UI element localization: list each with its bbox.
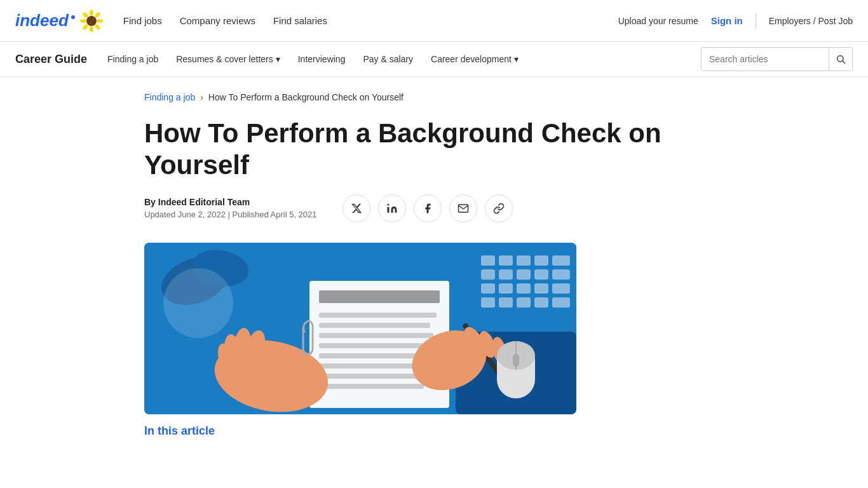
svg-rect-30 <box>499 283 513 294</box>
svg-rect-26 <box>517 269 531 280</box>
linkedin-share-button[interactable] <box>378 194 406 222</box>
svg-point-11 <box>92 18 93 20</box>
svg-rect-32 <box>534 283 548 294</box>
breadcrumb: Finding a job › How To Perform a Backgro… <box>144 92 724 102</box>
indeed-logo-text: indeed <box>15 11 69 30</box>
svg-rect-34 <box>481 297 495 308</box>
svg-rect-31 <box>517 283 531 294</box>
link-icon <box>493 203 505 214</box>
svg-point-42 <box>163 268 233 338</box>
find-salaries-link[interactable]: Find salaries <box>273 15 327 26</box>
facebook-icon <box>422 203 433 214</box>
sub-nav-finding-a-job[interactable]: Finding a job <box>107 54 158 64</box>
svg-rect-46 <box>319 323 430 328</box>
company-reviews-link[interactable]: Company reviews <box>180 15 255 26</box>
breadcrumb-parent-link[interactable]: Finding a job <box>144 92 195 102</box>
svg-point-9 <box>87 17 96 25</box>
article-intro-label: In this article <box>144 424 724 438</box>
top-nav-right: Upload your resume Sign in Employers / P… <box>618 13 853 29</box>
article-title: How To Perform a Background Check on You… <box>144 118 716 182</box>
svg-rect-50 <box>319 363 421 369</box>
svg-rect-35 <box>499 297 513 308</box>
svg-point-16 <box>387 203 389 205</box>
copy-link-button[interactable] <box>485 194 513 222</box>
top-navigation: indeed Find jobs Company reviews Find sa <box>0 0 868 42</box>
author-info: By Indeed Editorial Team Updated June 2,… <box>144 197 317 219</box>
svg-point-1 <box>90 10 93 16</box>
svg-rect-27 <box>534 269 548 280</box>
svg-rect-45 <box>319 313 437 318</box>
sub-navigation: Career Guide Finding a job Resumes & cov… <box>0 42 868 77</box>
svg-rect-19 <box>481 255 495 266</box>
svg-point-3 <box>80 19 86 23</box>
svg-rect-29 <box>481 283 495 294</box>
svg-rect-48 <box>319 343 427 348</box>
employers-link[interactable]: Employers / Post Job <box>769 16 853 26</box>
sub-nav-pay-salary[interactable]: Pay & salary <box>363 54 413 64</box>
author-social-row: By Indeed Editorial Team Updated June 2,… <box>144 194 724 222</box>
social-icons <box>342 194 513 222</box>
career-guide-title: Career Guide <box>15 53 87 66</box>
email-share-button[interactable] <box>449 194 477 222</box>
search-articles-button[interactable] <box>829 47 852 71</box>
sub-nav-interviewing[interactable]: Interviewing <box>298 54 346 64</box>
email-icon <box>458 203 469 214</box>
svg-rect-28 <box>552 269 570 280</box>
facebook-share-button[interactable] <box>414 194 442 222</box>
main-content: Finding a job › How To Perform a Backgro… <box>129 77 739 438</box>
svg-rect-21 <box>517 255 531 266</box>
nav-divider <box>756 13 756 29</box>
find-jobs-link[interactable]: Find jobs <box>123 15 162 26</box>
svg-rect-52 <box>319 384 424 389</box>
upload-resume-link[interactable]: Upload your resume <box>618 16 698 26</box>
breadcrumb-separator: › <box>200 92 203 102</box>
search-articles-input[interactable] <box>702 54 829 64</box>
svg-rect-25 <box>499 269 513 280</box>
svg-point-2 <box>90 26 93 32</box>
dropdown-arrow-resumes: ▾ <box>276 54 280 64</box>
svg-rect-51 <box>319 374 430 379</box>
svg-point-12 <box>90 22 92 24</box>
svg-rect-47 <box>319 333 433 338</box>
svg-line-14 <box>843 61 845 64</box>
svg-rect-33 <box>552 283 570 294</box>
search-icon <box>836 54 846 64</box>
svg-rect-24 <box>481 269 495 280</box>
svg-rect-44 <box>319 290 440 303</box>
top-nav-links: Find jobs Company reviews Find salaries <box>123 15 618 26</box>
hero-illustration <box>144 243 576 414</box>
author-name: By Indeed Editorial Team <box>144 197 317 207</box>
dropdown-arrow-career: ▾ <box>514 54 519 64</box>
sunflower-icon <box>80 10 103 32</box>
logo-area: indeed <box>15 10 103 32</box>
svg-point-4 <box>97 19 103 23</box>
sign-in-button[interactable]: Sign in <box>711 15 743 26</box>
twitter-share-button[interactable] <box>342 194 370 222</box>
breadcrumb-current: How To Perform a Background Check on You… <box>208 92 403 102</box>
svg-rect-37 <box>534 297 548 308</box>
publish-date: Updated June 2, 2022 | Published April 5… <box>144 210 317 219</box>
indeed-logo[interactable]: indeed <box>15 11 75 30</box>
sub-nav-career-development[interactable]: Career development ▾ <box>431 54 519 64</box>
svg-rect-23 <box>552 255 570 266</box>
search-articles-container <box>701 47 853 71</box>
indeed-logo-dot <box>71 15 75 19</box>
hero-image <box>144 243 576 414</box>
svg-rect-38 <box>552 297 570 308</box>
svg-rect-20 <box>499 255 513 266</box>
sub-nav-resumes[interactable]: Resumes & cover letters ▾ <box>176 54 280 64</box>
twitter-icon <box>351 203 362 214</box>
svg-point-10 <box>88 18 90 20</box>
svg-rect-67 <box>513 354 519 367</box>
svg-rect-22 <box>534 255 548 266</box>
linkedin-icon <box>386 203 398 214</box>
sub-nav-links: Finding a job Resumes & cover letters ▾ … <box>107 54 681 64</box>
svg-rect-15 <box>387 207 389 213</box>
svg-rect-36 <box>517 297 531 308</box>
